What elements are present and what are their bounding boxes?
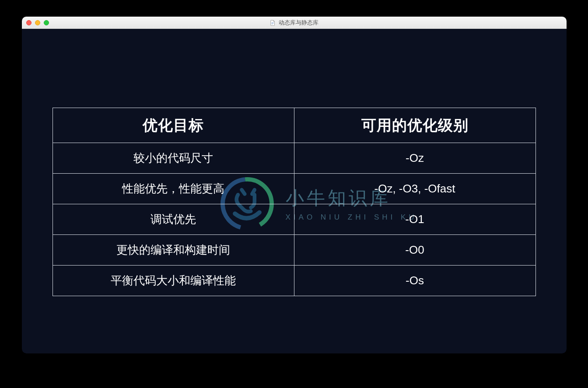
cell-goal: 较小的代码尺寸 [52, 143, 294, 174]
title-wrap: 动态库与静态库 [22, 19, 567, 27]
table-row: 性能优先，性能更高 -Oz, -O3, -Ofast [52, 174, 536, 204]
header-goal: 优化目标 [52, 108, 294, 143]
window-title: 动态库与静态库 [279, 19, 318, 27]
optimization-table: 优化目标 可用的优化级别 较小的代码尺寸 -Oz 性能优先，性能更高 -Oz, … [52, 108, 536, 296]
traffic-lights [26, 20, 49, 25]
header-levels: 可用的优化级别 [294, 108, 536, 143]
zoom-button[interactable] [44, 20, 49, 25]
cell-levels: -O0 [294, 235, 536, 266]
minimize-button[interactable] [35, 20, 40, 25]
table-row: 平衡代码大小和编译性能 -Os [52, 266, 536, 296]
window-frame: 动态库与静态库 小牛知识库 XIAO NIU ZHI SHI KU [22, 17, 567, 353]
table-row: 调试优先 -O1 [52, 204, 536, 235]
svg-rect-2 [271, 24, 273, 24]
cell-goal: 性能优先，性能更高 [52, 174, 294, 204]
close-button[interactable] [26, 20, 32, 25]
table-header-row: 优化目标 可用的优化级别 [52, 108, 536, 143]
svg-rect-1 [271, 23, 273, 23]
slide-content: 小牛知识库 XIAO NIU ZHI SHI KU 优化目标 可用的优化级别 较… [22, 29, 567, 353]
cell-levels: -Os [294, 266, 536, 296]
svg-rect-0 [271, 22, 273, 23]
titlebar[interactable]: 动态库与静态库 [22, 17, 567, 29]
table-row: 更快的编译和构建时间 -O0 [52, 235, 536, 266]
cell-levels: -O1 [294, 204, 536, 235]
cell-goal: 更快的编译和构建时间 [52, 235, 294, 266]
cell-goal: 平衡代码大小和编译性能 [52, 266, 294, 296]
cell-levels: -Oz, -O3, -Ofast [294, 174, 536, 204]
cell-goal: 调试优先 [52, 204, 294, 235]
table-row: 较小的代码尺寸 -Oz [52, 143, 536, 174]
cell-levels: -Oz [294, 143, 536, 174]
document-icon [270, 20, 276, 26]
